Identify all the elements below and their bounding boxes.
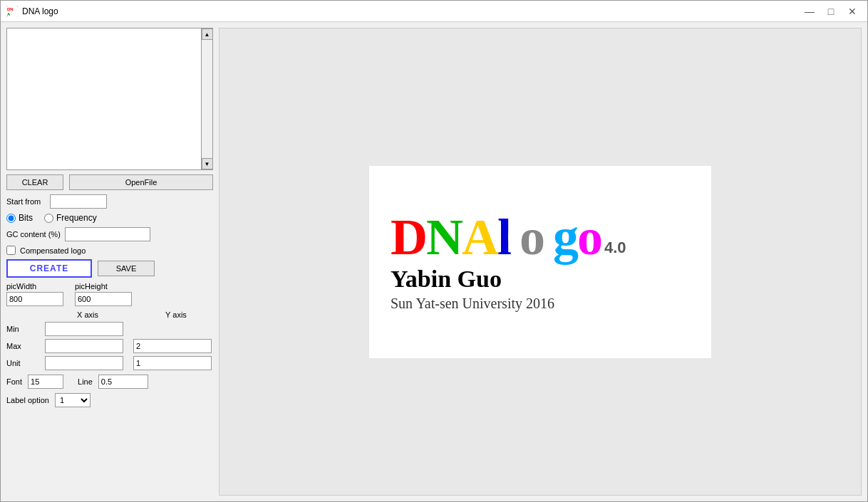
axis-table: X axis Y axis Min Max Unit [6,310,213,370]
logo-letter-o2: o [577,211,601,263]
y-axis-header: Y axis [133,310,219,319]
titlebar: DN A DNA logo — □ ✕ [1,1,867,22]
label-option-row: Label option 1 2 3 [6,393,213,407]
scroll-up-arrow[interactable]: ▲ [202,28,213,40]
pic-width-label: picWidth [6,282,63,291]
bits-radio[interactable] [6,214,16,223]
gc-content-row: GC content (%) [6,227,213,241]
app-icon: DN A [6,6,18,17]
openfile-button[interactable]: OpenFile [69,174,213,190]
line-label: Line [78,377,93,386]
gc-content-input[interactable] [65,227,150,241]
line-input[interactable] [98,375,148,389]
font-line-row: Font Line [6,375,213,389]
frequency-radio[interactable] [44,214,53,223]
unit-label: Unit [6,359,42,367]
font-input[interactable] [28,375,63,389]
font-label: Font [6,377,22,386]
right-panel: D N A l o g o 4.0 Yabin Guo Sun Yat-sen … [219,28,862,496]
logo-title: D N A l o g o [391,211,601,263]
start-from-label: Start from [6,197,46,206]
action-button-row: CREATE SAVE [6,259,213,278]
sequence-textarea-container: ▲ ▼ [6,28,213,170]
max-y-input[interactable] [133,339,212,353]
gc-content-label: GC content (%) [6,230,61,239]
window-controls: — □ ✕ [800,4,862,19]
sequence-textarea[interactable] [7,28,212,169]
logo-author: Yabin Guo [391,266,502,293]
pic-height-field: picHeight [75,282,132,306]
start-from-row: Start from [6,194,213,209]
label-option-label: Label option [6,396,49,404]
create-button[interactable]: CREATE [6,259,92,278]
min-x-input[interactable] [45,322,123,336]
compensated-row: Compensated logo [6,246,213,255]
x-axis-header: X axis [45,310,130,319]
bits-label[interactable]: Bits [19,213,33,223]
unit-x-input[interactable] [45,356,123,370]
window-title: DNA logo [22,6,800,16]
logo-institution: Sun Yat-sen University 2016 [391,296,554,312]
svg-text:A: A [7,12,11,16]
logo-letter-o: o [510,216,553,258]
svg-text:DN: DN [7,7,14,11]
close-button[interactable]: ✕ [843,4,862,19]
logo-letter-d: D [391,211,426,263]
logo-title-row: D N A l o g o 4.0 [391,211,626,263]
clear-button[interactable]: CLEAR [6,174,63,190]
maximize-button[interactable]: □ [822,4,840,19]
label-option-select[interactable]: 1 2 3 [55,393,91,407]
bits-radio-item[interactable]: Bits [6,213,33,223]
pic-height-label: picHeight [75,282,132,291]
logo-version: 4.0 [604,239,626,257]
textarea-scrollbar: ▲ ▼ [201,28,212,169]
max-x-input[interactable] [45,339,123,353]
compensated-label[interactable]: Compensated logo [20,246,86,255]
pic-width-input[interactable] [6,292,63,306]
logo-preview: D N A l o g o 4.0 Yabin Guo Sun Yat-sen … [369,166,711,358]
min-label: Min [6,325,42,333]
unit-y-input[interactable] [133,356,212,370]
file-button-row: CLEAR OpenFile [6,174,213,190]
compensated-checkbox[interactable] [6,246,16,255]
logo-letter-n: N [426,211,462,263]
logo-letter-g: g [553,211,577,263]
logo-letter-a: A [462,211,497,263]
pic-width-field: picWidth [6,282,63,306]
main-content: ▲ ▼ CLEAR OpenFile Start from Bits [1,22,867,501]
main-window: DN A DNA logo — □ ✕ ▲ ▼ [0,0,868,502]
logo-letter-l: l [497,211,510,263]
minimize-button[interactable]: — [800,4,819,19]
pic-size-row: picWidth picHeight [6,282,213,306]
mode-radio-row: Bits Frequency [6,213,213,223]
save-button[interactable]: SAVE [98,261,155,276]
start-from-input[interactable] [50,194,107,209]
frequency-radio-item[interactable]: Frequency [44,213,97,223]
max-label: Max [6,342,42,350]
left-panel: ▲ ▼ CLEAR OpenFile Start from Bits [6,28,213,496]
scroll-down-arrow[interactable]: ▼ [202,158,213,169]
pic-height-input[interactable] [75,292,132,306]
frequency-label[interactable]: Frequency [56,213,97,223]
